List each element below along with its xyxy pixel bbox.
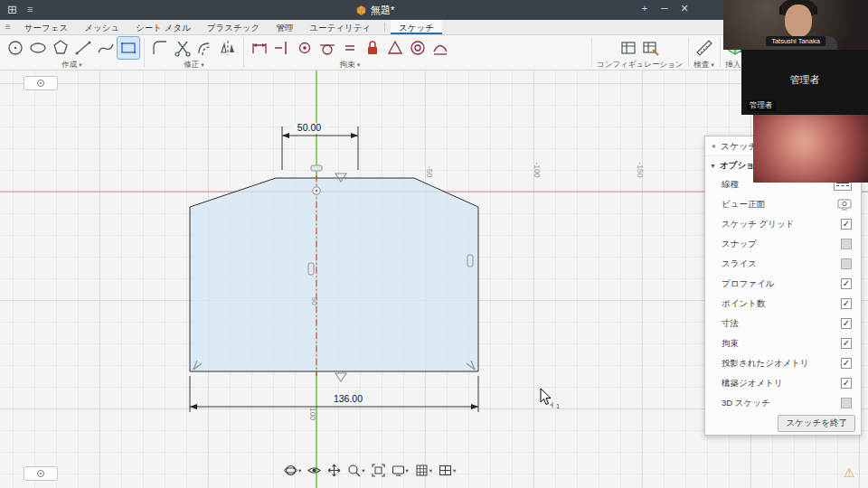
magnifier-icon (347, 464, 361, 477)
grid-icon (415, 464, 429, 477)
document-cube-icon (356, 5, 366, 15)
participant-2-name-tag: 管理者 (747, 100, 776, 111)
line-tool-button[interactable] (72, 37, 94, 59)
new-document-tab-button[interactable]: + (637, 3, 653, 14)
collapsed-browser-panel[interactable] (24, 76, 58, 90)
finish-sketch-button[interactable]: スケッチを終了 (778, 415, 855, 432)
x-axis-label: -50 (425, 166, 434, 178)
constraints-group-label[interactable]: 拘束 (340, 60, 355, 70)
ellipse-tool-button[interactable] (27, 37, 49, 59)
symmetry-grip[interactable] (308, 263, 314, 275)
checkbox-points[interactable]: ✓ (841, 298, 852, 309)
app-grid-icon[interactable]: ⊞ (7, 3, 17, 16)
measure-tool-button[interactable] (693, 37, 715, 59)
fix-constraint-button[interactable] (362, 37, 383, 59)
chevron-down-icon: ▾ (357, 60, 361, 70)
curvature-constraint-button[interactable] (429, 37, 451, 59)
fillet-tool-button[interactable] (149, 37, 171, 59)
palette-row-construction-geometry: 構築ジオメトリ✓ (705, 373, 861, 393)
trim-tool-button[interactable] (172, 37, 193, 59)
navigation-bar: ▾ ▾ ▾ ▾ ▾ (284, 464, 456, 477)
webcam-participant-3[interactable] (753, 115, 868, 183)
document-tab[interactable]: 無題* (349, 0, 401, 20)
webcam-participant-1[interactable]: Tatsushi Tanaka (723, 0, 868, 50)
minimize-button[interactable]: ─ (656, 3, 673, 14)
checkbox-profile[interactable]: ✓ (841, 278, 852, 289)
tab-surface[interactable]: サーフェス (16, 20, 76, 34)
look-at-button[interactable] (307, 464, 321, 477)
fit-button[interactable] (372, 464, 385, 477)
spline-tool-button[interactable] (95, 37, 117, 59)
ruler-icon (694, 38, 714, 58)
x-axis-label: -100 (533, 162, 542, 177)
symmetry-grip[interactable] (311, 165, 322, 171)
y-axis-label: 50 (310, 296, 319, 305)
x-axis-label: -150 (636, 162, 645, 177)
tab-sheetmetal[interactable]: シート メタル (127, 20, 199, 34)
svg-text:1: 1 (556, 402, 560, 410)
symmetry-constraint-button[interactable] (384, 37, 406, 59)
toolbar-group-configuration: コンフィギュレーション (592, 35, 688, 70)
rectangle-tool-button[interactable] (118, 37, 139, 59)
warning-icon[interactable]: ⚠ (844, 465, 855, 480)
grid-settings-button[interactable]: ▾ (415, 464, 432, 477)
pan-button[interactable] (327, 464, 341, 477)
inspect-group-label[interactable]: 検査 (693, 60, 709, 70)
tab-overflow-icon[interactable]: ≡ (0, 20, 16, 34)
checkbox-slice[interactable] (841, 258, 852, 269)
mirror-tool-button[interactable] (217, 37, 239, 59)
webcam-participant-2[interactable]: 管理者 管理者 (741, 50, 868, 115)
checkbox-dimensions[interactable]: ✓ (841, 318, 852, 329)
dimension-top[interactable]: 50.00 (282, 122, 358, 170)
chevron-down-icon: ▾ (711, 60, 714, 70)
svg-text:136.00: 136.00 (334, 393, 363, 404)
palette-row-constraints: 拘束✓ (705, 333, 861, 353)
circle-tool-button[interactable] (5, 37, 26, 59)
checkbox-constraints[interactable]: ✓ (841, 338, 852, 349)
checkbox-construction-geometry[interactable]: ✓ (841, 378, 852, 389)
fillet-icon (150, 38, 170, 58)
configuration-group-label[interactable]: コンフィギュレーション (597, 60, 684, 70)
insert-group-label[interactable]: 挿入 (725, 60, 741, 70)
tab-mesh[interactable]: メッシュ (76, 20, 127, 34)
zoom-button[interactable]: ▾ (347, 464, 364, 477)
concentric-constraint-button[interactable] (407, 37, 429, 59)
edit-configuration-button[interactable] (640, 37, 662, 59)
create-group-label[interactable]: 作成 (61, 60, 77, 70)
tangent-constraint-button[interactable] (316, 37, 338, 59)
palette-row-slice: スライス (705, 254, 861, 274)
vertical-constraint-glyph[interactable] (335, 373, 346, 381)
checkbox-sketch-grid[interactable]: ✓ (841, 219, 852, 230)
checkbox-projected-geometry[interactable]: ✓ (841, 358, 852, 369)
checkbox-3d-sketch[interactable] (841, 398, 852, 408)
palette-row-3d-sketch: 3D スケッチ (705, 393, 861, 413)
dimension-bottom[interactable]: 136.00 (190, 376, 478, 412)
tab-plastic[interactable]: プラスチック (199, 20, 268, 34)
offset-tool-button[interactable] (194, 37, 216, 59)
chevron-down-icon: ▾ (298, 467, 301, 474)
look-at-button[interactable] (837, 199, 852, 211)
tab-utilities[interactable]: ユーティリティ (301, 20, 379, 34)
collapsed-comments-panel[interactable] (24, 466, 58, 481)
sketch-dimension-button[interactable] (249, 37, 270, 59)
configuration-table-button[interactable] (618, 37, 639, 59)
display-settings-button[interactable]: ▾ (392, 464, 409, 477)
symmetry-grip[interactable] (467, 255, 473, 267)
modify-group-label[interactable]: 修正 (184, 60, 199, 70)
participant-3-video (753, 115, 868, 183)
checkbox-snap[interactable] (841, 239, 852, 249)
viewports-button[interactable]: ▾ (439, 464, 456, 477)
sketch-profile[interactable] (190, 178, 478, 371)
close-button[interactable]: ✕ (676, 3, 693, 14)
equal-constraint-button[interactable] (339, 37, 361, 59)
origin-dot (316, 190, 317, 192)
palette-row-points: ポイント数✓ (705, 294, 861, 314)
equal-icon (340, 38, 360, 58)
polygon-tool-button[interactable] (50, 37, 71, 59)
coincident-constraint-button[interactable] (294, 37, 316, 59)
orbit-button[interactable]: ▾ (284, 464, 301, 477)
data-panel-toggle-icon[interactable]: ≡ (27, 4, 33, 14)
horizontal-vertical-constraint-button[interactable] (271, 37, 293, 59)
tab-sketch[interactable]: スケッチ (391, 20, 442, 34)
tab-manage[interactable]: 管理 (268, 20, 301, 34)
